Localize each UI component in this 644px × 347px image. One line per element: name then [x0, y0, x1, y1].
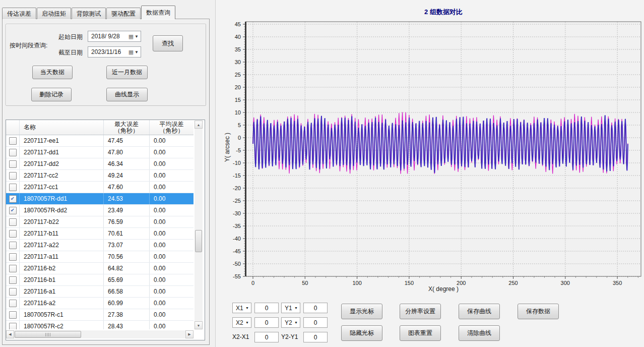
dx-value-field[interactable] [254, 332, 279, 342]
table-row[interactable]: 2207117-cc147.600.00 [6, 182, 194, 193]
row-checkbox[interactable] [9, 149, 17, 156]
x2-value-field[interactable] [254, 317, 279, 328]
row-checkbox[interactable] [9, 323, 17, 330]
header-max-error[interactable]: 最大误差 （角秒） [104, 120, 150, 135]
row-checkbox-cell: ✔ [6, 205, 20, 216]
scroll-left-button[interactable]: ◀ [6, 330, 14, 338]
table-row[interactable]: 18070057R-c127.380.00 [6, 309, 194, 321]
table-horizontal-scrollbar[interactable]: ◀ ▶ [6, 330, 194, 338]
tab-start-torque[interactable]: 启动扭矩 [37, 8, 71, 19]
header-name[interactable]: 名称 [20, 120, 104, 135]
table-row[interactable]: 2207116-a166.580.00 [6, 286, 194, 298]
table-row[interactable]: 2207116-a260.990.00 [6, 298, 194, 309]
tab-backlash-test[interactable]: 背隙测试 [72, 8, 106, 19]
results-table: 名称 最大误差 （角秒） 平均误差 （角秒） 2207117-ee147.450… [6, 120, 205, 340]
row-checkbox[interactable] [9, 253, 17, 261]
last-month-data-button[interactable]: 近一月数据 [106, 66, 148, 79]
tab-drive-config[interactable]: 驱动配置 [106, 8, 141, 19]
save-data-button[interactable]: 保存数据 [518, 304, 559, 319]
table-row[interactable]: 2207116-b165.690.00 [6, 274, 194, 286]
tab-page-data-query: 按时间段查询: 起始日期 2018/ 9/28 ▦ ▼ 截至日期 2023/11… [2, 19, 210, 345]
table-row[interactable]: 2207117-ee147.450.00 [6, 135, 194, 147]
header-avg-error[interactable]: 平均误差 （角秒） [150, 120, 194, 135]
row-checkbox[interactable] [9, 276, 17, 284]
tab-transfer-error[interactable]: 传达误差 [2, 8, 36, 19]
row-avg-error: 0.00 [150, 251, 194, 262]
delete-record-button[interactable]: 删除记录 [31, 88, 72, 101]
vscroll-thumb[interactable] [195, 230, 202, 252]
hscroll-thumb[interactable] [15, 331, 81, 338]
table-row[interactable]: 2207117-b2276.590.00 [6, 216, 194, 228]
y2-value-field[interactable] [303, 317, 328, 328]
row-max-error: 27.38 [104, 309, 150, 320]
row-max-error: 73.07 [104, 240, 150, 251]
scroll-down-button[interactable]: ▼ [195, 321, 203, 329]
today-data-button[interactable]: 当天数据 [32, 66, 73, 79]
clear-curve-button[interactable]: 清除曲线 [459, 325, 500, 341]
chart-panel: 2 组数据对比 454035302520151050-5-10-15-20-25… [215, 0, 644, 347]
x1-cursor-select[interactable]: X1▼ [232, 303, 251, 313]
row-checkbox-cell [6, 170, 20, 181]
row-checkbox[interactable] [9, 172, 17, 180]
hide-cursor-button[interactable]: 隐藏光标 [341, 325, 382, 341]
comparison-chart[interactable]: 454035302520151050-5-10-15-20-25-30-35-4… [216, 0, 644, 298]
row-checkbox[interactable] [9, 265, 17, 272]
y1-value-field[interactable] [303, 303, 328, 313]
row-max-error: 47.60 [104, 182, 150, 193]
scroll-right-button[interactable]: ▶ [185, 330, 194, 338]
curve-display-button[interactable]: 曲线显示 [106, 88, 148, 101]
table-row[interactable]: 2207117-a2273.070.00 [6, 240, 194, 251]
x2-cursor-select[interactable]: X2▼ [232, 317, 251, 328]
x1-value-field[interactable] [254, 303, 279, 313]
table-row[interactable]: 2207117-a1170.560.00 [6, 251, 194, 263]
chevron-down-icon[interactable]: ▼ [135, 34, 139, 39]
row-avg-error: 0.00 [150, 228, 194, 239]
dy-value-field[interactable] [303, 332, 328, 342]
row-checkbox[interactable] [9, 218, 17, 226]
show-cursor-button[interactable]: 显示光标 [341, 304, 382, 319]
chart-reset-button[interactable]: 图表重置 [400, 325, 441, 341]
search-button[interactable]: 查找 [153, 35, 183, 51]
scroll-up-button[interactable]: ▲ [195, 121, 203, 129]
row-avg-error: 0.00 [150, 321, 194, 329]
row-avg-error: 0.00 [150, 216, 194, 227]
row-avg-error: 0.00 [150, 309, 194, 320]
table-row[interactable]: 2207117-dd246.340.00 [6, 158, 194, 170]
scroll-up-icon: ▲ [197, 123, 201, 127]
row-checkbox[interactable] [9, 242, 17, 249]
row-checkbox[interactable]: ✔ [9, 207, 17, 214]
row-checkbox[interactable] [9, 160, 17, 168]
row-checkbox[interactable] [9, 311, 17, 319]
save-curve-button[interactable]: 保存曲线 [459, 304, 500, 319]
row-checkbox[interactable] [9, 137, 17, 145]
row-name: 2207116-b2 [20, 263, 104, 274]
row-checkbox[interactable] [9, 184, 17, 191]
table-row[interactable]: 2207117-cc249.240.00 [6, 170, 194, 182]
row-checkbox[interactable]: ✔ [9, 195, 17, 203]
chevron-down-icon[interactable]: ▼ [135, 50, 139, 54]
query-section-label: 按时间段查询: [10, 41, 47, 50]
row-avg-error: 0.00 [150, 135, 194, 146]
row-checkbox[interactable] [9, 288, 17, 296]
table-row[interactable]: 2207116-b264.820.00 [6, 263, 194, 274]
y2-cursor-select[interactable]: Y2▼ [281, 317, 300, 328]
end-date-field[interactable]: 2023/11/16 ▦ ▼ [88, 46, 141, 57]
y1-cursor-select[interactable]: Y1▼ [281, 303, 300, 313]
table-row[interactable]: 18070057R-c228.430.00 [6, 321, 194, 329]
resolution-settings-button[interactable]: 分辨率设置 [400, 304, 441, 319]
table-vertical-scrollbar[interactable]: ▲ ▼ [195, 121, 203, 329]
svg-text:5: 5 [238, 122, 241, 128]
table-row[interactable]: ✔18070057R-dd223.490.00 [6, 205, 194, 216]
svg-text:-30: -30 [233, 210, 241, 216]
table-row[interactable]: ✔18070057R-dd124.530.00 [6, 193, 194, 205]
row-checkbox[interactable] [9, 230, 17, 238]
table-row[interactable]: 2207117-dd147.800.00 [6, 147, 194, 158]
table-row[interactable]: 2207117-b1170.610.00 [6, 228, 194, 240]
svg-text:-50: -50 [233, 261, 241, 267]
row-checkbox[interactable] [9, 300, 17, 307]
row-name: 2207116-b1 [20, 274, 104, 285]
tab-data-query[interactable]: 数据查询 [141, 6, 175, 19]
svg-text:-15: -15 [233, 172, 241, 179]
start-date-field[interactable]: 2018/ 9/28 ▦ ▼ [88, 31, 141, 42]
row-name: 2207117-dd1 [20, 147, 104, 158]
